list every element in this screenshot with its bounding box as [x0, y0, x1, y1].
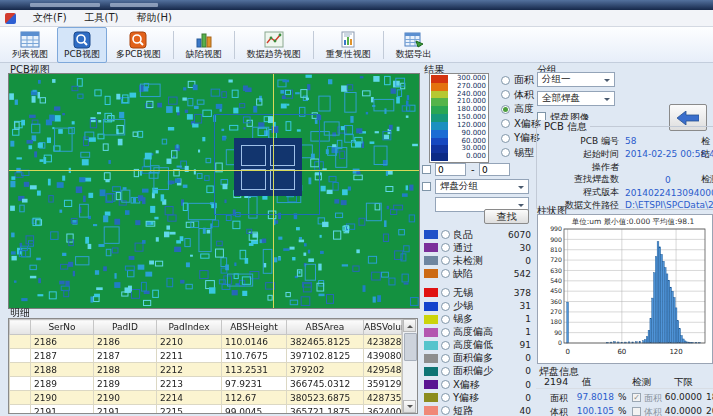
toolbar-button-缺陷视图[interactable]: 缺陷视图	[179, 27, 229, 63]
radio-icon[interactable]	[441, 406, 450, 415]
legend-item-面积偏少[interactable]: 面积偏少0	[424, 365, 531, 378]
scroll-up-icon[interactable]	[403, 319, 416, 332]
metric-radio-面积[interactable]: 面积	[501, 75, 541, 85]
range-filter-checkbox[interactable]	[422, 165, 431, 174]
pcb-info-row: 程式版本20140224130940000200	[539, 186, 713, 199]
legend-count: 542	[514, 269, 531, 279]
range-to-input[interactable]	[479, 163, 510, 176]
pad-info-row-面积: 面积97.8018%✓面积60.0000180.	[536, 392, 713, 404]
pad-select-dropdown[interactable]: 全部焊盘	[537, 91, 615, 106]
legend-item-无锡[interactable]: 无锡378	[424, 286, 531, 299]
radio-icon[interactable]	[441, 393, 450, 402]
metric-radio-高度[interactable]: 高度	[501, 104, 541, 114]
legend-color-swatch	[424, 302, 438, 311]
legend-item-X偏移[interactable]: X偏移0	[424, 378, 531, 391]
scrollbar-thumb[interactable]	[404, 333, 417, 361]
legend-item-未检测[interactable]: 未检测0	[424, 254, 531, 267]
column-header-ABSArea[interactable]: ABSArea	[287, 320, 364, 335]
column-header-SerNo[interactable]: SerNo	[31, 320, 94, 335]
legend-item-短路[interactable]: 短路40	[424, 404, 531, 416]
pcb-board-view[interactable]	[8, 73, 420, 309]
legend-item-少锡[interactable]: 少锡31	[424, 299, 531, 312]
toolbar-button-列表视图[interactable]: 列表视图	[5, 27, 55, 63]
group-dropdown[interactable]: 分组一	[537, 72, 615, 87]
pad-info-col-header: 下限	[674, 376, 693, 389]
radio-icon	[501, 119, 510, 128]
toolbar-button-数据导出[interactable]: 数据导出	[389, 27, 439, 63]
scale-color-band	[431, 98, 448, 106]
menu-item-1[interactable]: 工具(T)	[76, 10, 128, 26]
find-button[interactable]: 查找	[484, 209, 529, 224]
legend-item-良品[interactable]: 良品6070	[424, 228, 531, 241]
radio-icon[interactable]	[441, 302, 450, 311]
scroll-down-icon[interactable]	[403, 400, 416, 413]
legend-label: 短路	[453, 404, 473, 416]
column-header-ABSHeight[interactable]: ABSHeight	[222, 320, 287, 335]
row-selector-cell[interactable]	[10, 335, 31, 349]
column-header-ABSVolume[interactable]: ABSVolume	[364, 320, 402, 335]
table-row[interactable]: 218621862210110.0146382465.812542382800	[10, 335, 402, 349]
legend-item-锡多[interactable]: 锡多1	[424, 313, 531, 326]
legend-item-高度偏低[interactable]: 高度偏低91	[424, 339, 531, 352]
radio-icon[interactable]	[441, 380, 450, 389]
menu-bar: 文件(F)工具(T)帮助(H)	[0, 10, 713, 27]
pad-info-header: 2194值检测下限	[536, 376, 713, 389]
metric-radio-Y偏移[interactable]: Y偏移	[501, 133, 541, 143]
legend-label: 锡多	[453, 312, 473, 326]
pcb-info-cut-label: 结	[701, 148, 710, 161]
table-row[interactable]: 21892189221397.9231366745.031235912905	[10, 377, 402, 391]
legend-item-缺陷[interactable]: 缺陷542	[424, 267, 531, 280]
row-selector-cell[interactable]	[10, 349, 31, 363]
legend-item-面积偏多[interactable]: 面积偏多0	[424, 352, 531, 365]
toolbar-button-PCB视图[interactable]: PCB视图	[57, 27, 107, 63]
radio-icon[interactable]	[441, 256, 450, 265]
legend-count: 91	[520, 340, 531, 350]
column-header-PadID[interactable]: PadID	[94, 320, 157, 335]
table-row[interactable]: 21912191221599.0045365721.187536240048	[10, 405, 402, 414]
pad-metric-lower-limit: 60.0000	[664, 392, 702, 402]
legend-item-高度偏高[interactable]: 高度偏高1	[424, 326, 531, 339]
radio-icon[interactable]	[441, 354, 450, 363]
table-row[interactable]: 218821882212113.253137920242954880	[10, 363, 402, 377]
metric-radio-锡型[interactable]: 锡型	[501, 148, 541, 158]
radio-icon[interactable]	[441, 367, 450, 376]
radio-icon[interactable]	[441, 288, 450, 297]
toolbar-button-数据趋势视图[interactable]: 数据趋势视图	[240, 27, 308, 63]
detail-table-scrollbar[interactable]	[402, 319, 417, 413]
table-row[interactable]: 218721872211110.7675397102.812543908092	[10, 349, 402, 363]
table-cell: 43908092	[364, 349, 402, 363]
legend-color-swatch	[424, 288, 438, 297]
svg-text:60: 60	[617, 348, 626, 356]
toolbar-button-重复性视图[interactable]: 重复性视图	[319, 27, 378, 63]
toolbar-button-多PCB视图[interactable]: 多PCB视图	[109, 27, 168, 63]
metric-label: 锡型	[514, 146, 534, 160]
menu-item-0[interactable]: 文件(F)	[24, 10, 76, 26]
radio-icon[interactable]	[441, 243, 450, 252]
legend-item-通过[interactable]: 通过30	[424, 241, 531, 254]
column-header-PadIndex[interactable]: PadIndex	[157, 320, 222, 335]
pad-metric-checkbox[interactable]: ✓	[632, 393, 641, 402]
metric-radio-体积[interactable]: 体积	[501, 90, 541, 100]
legend-label: 通过	[453, 241, 473, 255]
menu-item-2[interactable]: 帮助(H)	[127, 10, 180, 26]
legend-color-swatch	[424, 243, 438, 252]
row-selector-cell[interactable]	[10, 405, 31, 414]
pad-metric-checkbox[interactable]	[632, 407, 641, 416]
radio-icon[interactable]	[441, 230, 450, 239]
pad-group-checkbox[interactable]	[422, 182, 431, 191]
pcb-info-cut-label: 检测	[701, 173, 713, 186]
row-selector-cell[interactable]	[10, 363, 31, 377]
table-row[interactable]: 219021902214112.67380523.687542873592	[10, 391, 402, 405]
range-from-input[interactable]	[435, 163, 466, 176]
radio-icon[interactable]	[441, 328, 450, 337]
table-cell: 2213	[157, 377, 222, 391]
radio-icon[interactable]	[441, 341, 450, 350]
row-selector-cell[interactable]	[10, 391, 31, 405]
radio-icon[interactable]	[441, 315, 450, 324]
row-selector-cell[interactable]	[10, 377, 31, 391]
radio-icon[interactable]	[441, 269, 450, 278]
radio-icon	[501, 105, 510, 114]
legend-item-Y偏移[interactable]: Y偏移0	[424, 391, 531, 404]
pad-group-dropdown[interactable]: 焊盘分组	[435, 179, 529, 194]
metric-radio-X偏移[interactable]: X偏移	[501, 119, 541, 129]
